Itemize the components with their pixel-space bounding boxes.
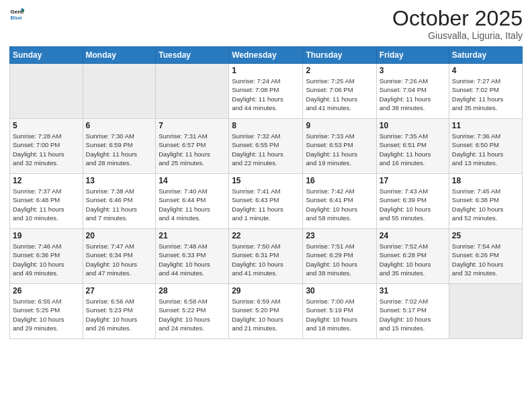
day-info: Sunrise: 7:48 AM Sunset: 6:33 PM Dayligh…	[159, 242, 226, 277]
calendar-cell: 7Sunrise: 7:31 AM Sunset: 6:57 PM Daylig…	[156, 119, 229, 174]
calendar-cell: 15Sunrise: 7:41 AM Sunset: 6:43 PM Dayli…	[229, 174, 303, 229]
day-info: Sunrise: 6:59 AM Sunset: 5:20 PM Dayligh…	[232, 297, 300, 332]
calendar-cell: 10Sunrise: 7:35 AM Sunset: 6:51 PM Dayli…	[376, 119, 449, 174]
day-number: 7	[159, 121, 226, 130]
calendar-cell: 28Sunrise: 6:58 AM Sunset: 5:22 PM Dayli…	[156, 284, 229, 339]
day-info: Sunrise: 7:33 AM Sunset: 6:53 PM Dayligh…	[306, 132, 373, 167]
day-number: 17	[380, 176, 446, 185]
day-info: Sunrise: 7:00 AM Sunset: 5:19 PM Dayligh…	[306, 297, 373, 332]
day-number: 26	[13, 286, 80, 295]
day-number: 2	[306, 66, 373, 75]
calendar-cell: 29Sunrise: 6:59 AM Sunset: 5:20 PM Dayli…	[229, 284, 303, 339]
day-info: Sunrise: 7:32 AM Sunset: 6:55 PM Dayligh…	[232, 132, 300, 167]
day-number: 6	[86, 121, 153, 130]
day-number: 15	[232, 176, 300, 185]
day-info: Sunrise: 7:27 AM Sunset: 7:02 PM Dayligh…	[452, 77, 519, 112]
calendar-cell: 22Sunrise: 7:50 AM Sunset: 6:31 PM Dayli…	[229, 229, 303, 284]
day-info: Sunrise: 7:47 AM Sunset: 6:34 PM Dayligh…	[86, 242, 153, 277]
day-info: Sunrise: 7:37 AM Sunset: 6:48 PM Dayligh…	[13, 187, 80, 222]
calendar-cell	[449, 284, 522, 339]
day-number: 1	[232, 66, 300, 75]
calendar-cell	[10, 64, 83, 119]
weekday-header-saturday: Saturday	[449, 47, 522, 64]
day-number: 22	[232, 231, 300, 240]
day-number: 3	[380, 66, 446, 75]
day-info: Sunrise: 7:42 AM Sunset: 6:41 PM Dayligh…	[306, 187, 373, 222]
title-block: October 2025 Giusvalla, Liguria, Italy	[392, 7, 523, 41]
calendar-cell	[83, 64, 156, 119]
calendar-cell: 20Sunrise: 7:47 AM Sunset: 6:34 PM Dayli…	[83, 229, 156, 284]
day-number: 12	[13, 176, 80, 185]
day-number: 9	[306, 121, 373, 130]
calendar-cell: 31Sunrise: 7:02 AM Sunset: 5:17 PM Dayli…	[376, 284, 449, 339]
day-number: 13	[86, 176, 153, 185]
day-number: 21	[159, 231, 226, 240]
calendar-cell: 16Sunrise: 7:42 AM Sunset: 6:41 PM Dayli…	[303, 174, 376, 229]
day-info: Sunrise: 7:46 AM Sunset: 6:36 PM Dayligh…	[13, 242, 80, 277]
day-number: 27	[86, 286, 153, 295]
weekday-header-tuesday: Tuesday	[156, 47, 229, 64]
day-number: 11	[452, 121, 519, 130]
day-info: Sunrise: 7:02 AM Sunset: 5:17 PM Dayligh…	[380, 297, 446, 332]
day-number: 10	[380, 121, 446, 130]
calendar-cell: 18Sunrise: 7:45 AM Sunset: 6:38 PM Dayli…	[449, 174, 522, 229]
calendar-cell: 11Sunrise: 7:36 AM Sunset: 6:50 PM Dayli…	[449, 119, 522, 174]
day-info: Sunrise: 7:51 AM Sunset: 6:29 PM Dayligh…	[306, 242, 373, 277]
calendar-cell: 21Sunrise: 7:48 AM Sunset: 6:33 PM Dayli…	[156, 229, 229, 284]
weekday-header-sunday: Sunday	[10, 47, 83, 64]
location: Giusvalla, Liguria, Italy	[392, 30, 523, 41]
week-row-1: 1Sunrise: 7:24 AM Sunset: 7:08 PM Daylig…	[10, 64, 523, 119]
day-number: 19	[13, 231, 80, 240]
calendar-cell: 9Sunrise: 7:33 AM Sunset: 6:53 PM Daylig…	[303, 119, 376, 174]
day-info: Sunrise: 7:50 AM Sunset: 6:31 PM Dayligh…	[232, 242, 300, 277]
calendar-cell: 4Sunrise: 7:27 AM Sunset: 7:02 PM Daylig…	[449, 64, 522, 119]
day-info: Sunrise: 7:45 AM Sunset: 6:38 PM Dayligh…	[452, 187, 519, 222]
week-row-5: 26Sunrise: 6:55 AM Sunset: 5:25 PM Dayli…	[10, 284, 523, 339]
day-number: 18	[452, 176, 519, 185]
weekday-header-thursday: Thursday	[303, 47, 376, 64]
calendar-cell: 23Sunrise: 7:51 AM Sunset: 6:29 PM Dayli…	[303, 229, 376, 284]
day-number: 30	[306, 286, 373, 295]
calendar-cell: 19Sunrise: 7:46 AM Sunset: 6:36 PM Dayli…	[10, 229, 83, 284]
week-row-2: 5Sunrise: 7:28 AM Sunset: 7:00 PM Daylig…	[10, 119, 523, 174]
calendar-cell: 8Sunrise: 7:32 AM Sunset: 6:55 PM Daylig…	[229, 119, 303, 174]
calendar-cell: 3Sunrise: 7:26 AM Sunset: 7:04 PM Daylig…	[376, 64, 449, 119]
calendar-cell: 27Sunrise: 6:56 AM Sunset: 5:23 PM Dayli…	[83, 284, 156, 339]
day-info: Sunrise: 7:30 AM Sunset: 6:59 PM Dayligh…	[86, 132, 153, 167]
header: General Blue October 2025 Giusvalla, Lig…	[9, 7, 523, 41]
day-info: Sunrise: 7:54 AM Sunset: 6:26 PM Dayligh…	[452, 242, 519, 277]
day-info: Sunrise: 7:35 AM Sunset: 6:51 PM Dayligh…	[380, 132, 446, 167]
day-number: 5	[13, 121, 80, 130]
calendar-cell: 13Sunrise: 7:38 AM Sunset: 6:46 PM Dayli…	[83, 174, 156, 229]
calendar-cell: 24Sunrise: 7:52 AM Sunset: 6:28 PM Dayli…	[376, 229, 449, 284]
day-number: 14	[159, 176, 226, 185]
day-info: Sunrise: 7:26 AM Sunset: 7:04 PM Dayligh…	[380, 77, 446, 112]
week-row-4: 19Sunrise: 7:46 AM Sunset: 6:36 PM Dayli…	[10, 229, 523, 284]
calendar-cell	[156, 64, 229, 119]
day-number: 20	[86, 231, 153, 240]
day-info: Sunrise: 6:55 AM Sunset: 5:25 PM Dayligh…	[13, 297, 80, 332]
day-info: Sunrise: 7:40 AM Sunset: 6:44 PM Dayligh…	[159, 187, 226, 222]
calendar-cell: 12Sunrise: 7:37 AM Sunset: 6:48 PM Dayli…	[10, 174, 83, 229]
day-info: Sunrise: 7:43 AM Sunset: 6:39 PM Dayligh…	[380, 187, 446, 222]
day-info: Sunrise: 7:36 AM Sunset: 6:50 PM Dayligh…	[452, 132, 519, 167]
day-info: Sunrise: 6:56 AM Sunset: 5:23 PM Dayligh…	[86, 297, 153, 332]
calendar-container: General Blue October 2025 Giusvalla, Lig…	[0, 0, 532, 345]
logo: General Blue	[9, 7, 24, 21]
month-title: October 2025	[392, 7, 523, 30]
day-info: Sunrise: 7:25 AM Sunset: 7:06 PM Dayligh…	[306, 77, 373, 112]
calendar-cell: 6Sunrise: 7:30 AM Sunset: 6:59 PM Daylig…	[83, 119, 156, 174]
calendar-cell: 2Sunrise: 7:25 AM Sunset: 7:06 PM Daylig…	[303, 64, 376, 119]
svg-text:Blue: Blue	[10, 15, 22, 21]
calendar-cell: 30Sunrise: 7:00 AM Sunset: 5:19 PM Dayli…	[303, 284, 376, 339]
day-number: 4	[452, 66, 519, 75]
calendar-cell: 1Sunrise: 7:24 AM Sunset: 7:08 PM Daylig…	[229, 64, 303, 119]
day-info: Sunrise: 7:41 AM Sunset: 6:43 PM Dayligh…	[232, 187, 300, 222]
day-info: Sunrise: 7:31 AM Sunset: 6:57 PM Dayligh…	[159, 132, 226, 167]
day-number: 25	[452, 231, 519, 240]
day-info: Sunrise: 7:52 AM Sunset: 6:28 PM Dayligh…	[380, 242, 446, 277]
day-number: 31	[380, 286, 446, 295]
calendar-cell: 5Sunrise: 7:28 AM Sunset: 7:00 PM Daylig…	[10, 119, 83, 174]
calendar-cell: 17Sunrise: 7:43 AM Sunset: 6:39 PM Dayli…	[376, 174, 449, 229]
day-number: 24	[380, 231, 446, 240]
